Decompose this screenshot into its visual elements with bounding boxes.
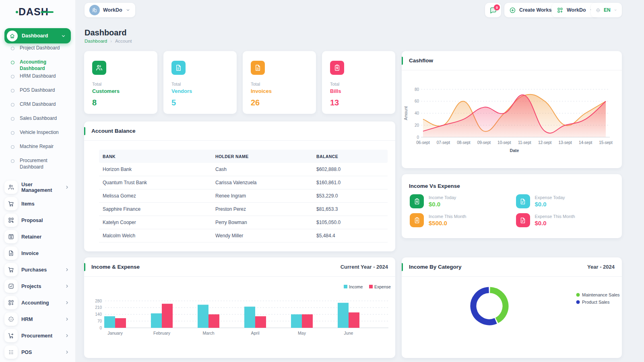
chevron-down-icon [126, 8, 130, 12]
workspace-switcher[interactable]: WorkDo [85, 3, 135, 17]
balance-cell: $5,484.4 [316, 233, 388, 239]
svg-text:280: 280 [95, 299, 102, 303]
table-row: Katelyn CooperPerry Bowman$105,050.0 [99, 216, 388, 229]
table-header-row: BANKHOLDER NAMEBALANCE [99, 150, 388, 163]
chevron-right-icon [64, 350, 70, 355]
workspace-name: WorkDo [103, 7, 122, 13]
page-title: Dashboard [85, 28, 126, 37]
svg-text:07-sept: 07-sept [437, 140, 450, 145]
svg-text:210: 210 [95, 305, 102, 310]
sidebar-item-proposal[interactable]: Proposal [0, 212, 75, 228]
column-header-bank: BANK [99, 154, 215, 159]
dashboard-submenu: Project DashboardAccounting DashboardHRM… [0, 45, 75, 172]
holder-cell: Cash [215, 167, 316, 172]
sidebar-item-hrm[interactable]: HRM [0, 311, 75, 327]
sidebar-item-pos[interactable]: POS [0, 344, 75, 360]
file-invoice-icon [4, 247, 18, 260]
stat-value: 26 [251, 98, 308, 107]
sidebar-subitem-crm-dashboard[interactable]: CRM Dashboard [0, 101, 75, 115]
circle-icon [11, 145, 14, 149]
messages-button[interactable]: 0 [485, 3, 501, 17]
svg-text:40: 40 [415, 111, 419, 115]
sidebar-item-procurement[interactable]: Procurement [0, 327, 75, 344]
balance-cell: $602,888.0 [316, 167, 388, 172]
kpi-income-this-month: Income This Month$500.0 [410, 213, 508, 227]
stat-cards-row: TotalCustomers8TotalVendors5TotalInvoice… [84, 51, 395, 114]
income-vs-expense-title: Income Vs Expense [409, 183, 460, 189]
sidebar-subitem-project-dashboard[interactable]: Project Dashboard [0, 45, 75, 59]
income-by-category-card: Income By Category Year - 2024 Maintenan… [402, 257, 622, 358]
breadcrumb-dashboard[interactable]: Dashboard [85, 39, 107, 43]
qr-icon [4, 214, 18, 227]
stat-value: 8 [92, 98, 149, 107]
stat-label: Customers [92, 88, 149, 94]
svg-text:140: 140 [95, 312, 102, 317]
sidebar-item-invoice[interactable]: Invoice [0, 245, 75, 261]
svg-text:15-sept: 15-sept [599, 140, 613, 145]
bank-cell: Horizon Bank [99, 167, 215, 172]
sidebar-item-user-management[interactable]: User Management [0, 179, 75, 195]
breadcrumb: Dashboard › Account [85, 39, 132, 43]
sidebar-subitem-machine-repair[interactable]: Machine Repair [0, 144, 75, 158]
app-logo[interactable]: DASH [19, 6, 49, 18]
floppy-icon [4, 230, 18, 243]
income-by-category-year-label: Year - 2024 [587, 264, 615, 270]
income-expense-chart: 070140210280JanuaryFebruaryMarchAprilMay… [84, 277, 395, 358]
chevron-right-icon [64, 317, 70, 322]
svg-text:70: 70 [97, 319, 102, 323]
table-row: Horizon BankCash$602,888.0 [99, 163, 388, 176]
users-icon [92, 61, 106, 75]
income-expense-year-label: Current Year - 2024 [341, 264, 388, 270]
sidebar-subitem-vehicle-inspection[interactable]: Vehicle Inspection [0, 130, 75, 144]
messages-badge: 0 [494, 4, 500, 10]
chevron-right-icon [64, 284, 70, 289]
sidebar-subitem-pos-dashboard[interactable]: POS Dashboard [0, 87, 75, 101]
column-header-balance: BALANCE [316, 154, 388, 159]
home-icon [7, 31, 18, 41]
sidebar-item-label: Dashboard [22, 33, 57, 39]
stat-prefix: Total [92, 82, 149, 86]
sidebar-subitem-sales-dashboard[interactable]: Sales Dashboard [0, 115, 75, 130]
circle-icon [11, 131, 14, 135]
account-balance-card: Account Balance BANKHOLDER NAMEBALANCEHo… [84, 121, 395, 251]
sidebar-item-items[interactable]: Items [0, 195, 75, 212]
stat-card-vendors: TotalVendors5 [163, 51, 237, 114]
file-text-icon [516, 213, 530, 227]
globe-icon [596, 7, 601, 14]
stat-label: Invoices [251, 88, 308, 94]
stat-value: 5 [171, 98, 229, 107]
users-icon [4, 181, 18, 194]
holder-cell: Carissa Valenzuela [215, 180, 316, 185]
kpi-income-today: Income Today$0.0 [410, 194, 508, 208]
grid-dots-icon [4, 346, 18, 359]
svg-text:14-sept: 14-sept [579, 140, 592, 145]
balance-cell: $105,050.0 [316, 220, 388, 225]
svg-text:13-sept: 13-sept [558, 140, 572, 145]
sidebar-subitem-procurement-dashboard[interactable]: Procurement Dashboard [0, 158, 75, 172]
logo-accent-bar [41, 11, 54, 13]
language-selector[interactable]: EN [591, 3, 622, 17]
income-expense-title: Income & Expense [91, 264, 140, 270]
sidebar-item-purchases[interactable]: Purchases [0, 261, 75, 278]
sidebar-item-accounting[interactable]: Accounting [0, 294, 75, 311]
sidebar-subitem-accounting-dashboard[interactable]: Accounting Dashboard [0, 59, 75, 73]
sidebar-item-projects[interactable]: Projects [0, 278, 75, 294]
svg-text:June: June [344, 331, 353, 335]
workspace-avatar [89, 5, 100, 15]
sidebar: DASH Dashboard Project DashboardAccounti… [0, 0, 75, 362]
kpi-expense-this-month: Expense This Month$0.0 [516, 213, 614, 227]
sidebar-subitem-hrm-dashboard[interactable]: HRM Dashboard [0, 73, 75, 87]
column-header-holder-name: HOLDER NAME [215, 154, 316, 159]
sidebar-menu: User ManagementItemsProposalRetainerInvo… [0, 179, 75, 360]
grid-plus-icon [4, 296, 18, 309]
svg-text:60: 60 [415, 99, 419, 103]
svg-text:Income: Income [349, 284, 363, 289]
kpi-label: Income This Month [429, 214, 466, 219]
stat-card-customers: TotalCustomers8 [84, 51, 157, 114]
circle-icon [11, 75, 14, 78]
sidebar-item-retainer[interactable]: Retainer [0, 228, 75, 245]
chevron-right-icon [64, 185, 70, 190]
cart-icon [4, 197, 18, 210]
sidebar-item-dashboard[interactable]: Dashboard [4, 28, 71, 43]
chevron-right-icon [64, 267, 70, 272]
